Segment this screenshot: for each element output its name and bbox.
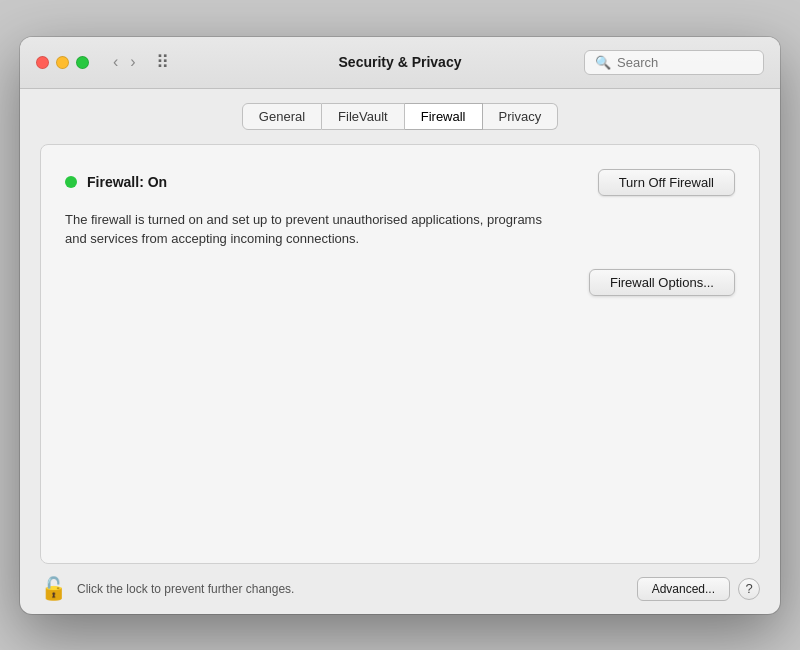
- firewall-status-row: Firewall: On Turn Off Firewall: [65, 169, 735, 196]
- search-box[interactable]: 🔍: [584, 50, 764, 75]
- bottom-right: Advanced... ?: [637, 577, 760, 601]
- firewall-options-button[interactable]: Firewall Options...: [589, 269, 735, 296]
- tab-filevault[interactable]: FileVault: [322, 103, 405, 130]
- turn-off-firewall-button[interactable]: Turn Off Firewall: [598, 169, 735, 196]
- maximize-button[interactable]: [76, 56, 89, 69]
- search-input[interactable]: [617, 55, 753, 70]
- lock-icon[interactable]: 🔓: [40, 576, 67, 602]
- back-button[interactable]: ‹: [109, 51, 122, 73]
- titlebar: ‹ › ⠿ Security & Privacy 🔍: [20, 37, 780, 89]
- content-panel: Firewall: On Turn Off Firewall The firew…: [40, 144, 760, 564]
- advanced-button[interactable]: Advanced...: [637, 577, 730, 601]
- forward-button[interactable]: ›: [126, 51, 139, 73]
- main-window: ‹ › ⠿ Security & Privacy 🔍 General FileV…: [20, 37, 780, 614]
- tab-general[interactable]: General: [242, 103, 322, 130]
- search-icon: 🔍: [595, 55, 611, 70]
- firewall-status-label: Firewall: On: [87, 174, 167, 190]
- close-button[interactable]: [36, 56, 49, 69]
- minimize-button[interactable]: [56, 56, 69, 69]
- nav-buttons: ‹ ›: [109, 51, 140, 73]
- grid-icon[interactable]: ⠿: [156, 51, 169, 73]
- bottom-left: 🔓 Click the lock to prevent further chan…: [40, 576, 294, 602]
- status-dot: [65, 176, 77, 188]
- bottom-bar: 🔓 Click the lock to prevent further chan…: [20, 564, 780, 614]
- lock-text: Click the lock to prevent further change…: [77, 582, 294, 596]
- tab-firewall[interactable]: Firewall: [405, 103, 483, 130]
- firewall-description: The firewall is turned on and set up to …: [65, 210, 565, 249]
- help-button[interactable]: ?: [738, 578, 760, 600]
- firewall-status-left: Firewall: On: [65, 174, 167, 190]
- window-title: Security & Privacy: [339, 54, 462, 70]
- firewall-options-row: Firewall Options...: [65, 269, 735, 296]
- traffic-lights: [36, 56, 89, 69]
- tabs-bar: General FileVault Firewall Privacy: [20, 89, 780, 130]
- tab-privacy[interactable]: Privacy: [483, 103, 559, 130]
